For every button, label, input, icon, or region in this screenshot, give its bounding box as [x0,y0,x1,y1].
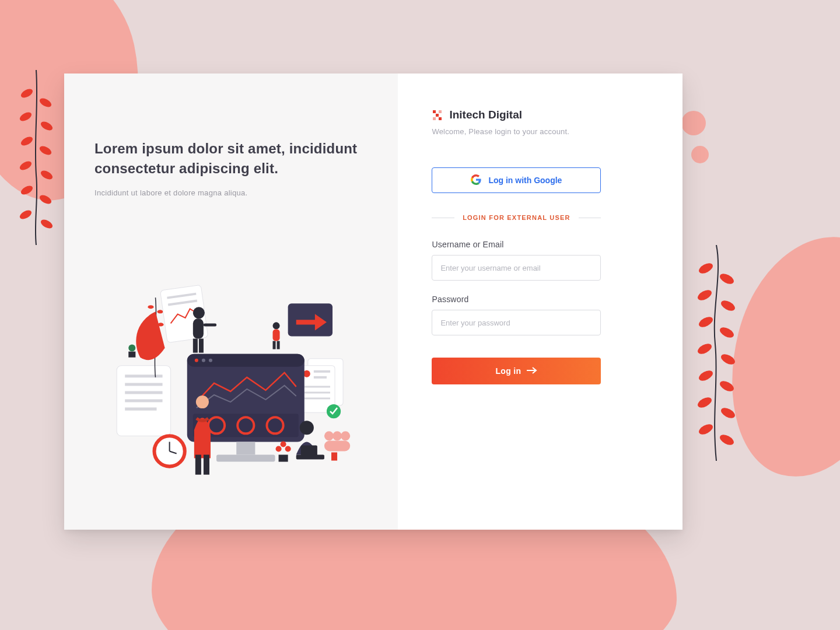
brand-logo-icon [432,109,443,121]
svg-point-88 [276,446,282,452]
svg-rect-41 [193,318,204,338]
google-login-button[interactable]: Log in with Google [432,167,601,193]
arrow-right-icon [527,366,537,376]
svg-point-84 [341,431,350,440]
svg-rect-72 [216,455,275,462]
svg-point-24 [697,422,715,437]
svg-point-20 [697,369,715,383]
svg-point-58 [273,322,280,329]
svg-point-40 [193,307,205,318]
svg-rect-94 [433,117,436,120]
svg-point-79 [300,421,314,435]
hero-title: Lorem ipsum dolor sit amet, incididunt c… [94,139,363,178]
svg-rect-60 [273,341,276,349]
hero-panel: Lorem ipsum dolor sit amet, incididunt c… [64,74,398,530]
external-login-divider: LOGIN FOR EXTERNAL USER [432,214,601,221]
welcome-text: Welcome, Please login to your account. [432,127,649,136]
hero-subtitle: Incididunt ut labore et dolore magna ali… [94,188,368,197]
svg-point-32 [148,305,153,309]
svg-rect-93 [436,114,439,117]
svg-point-12 [697,261,715,276]
svg-rect-78 [204,455,209,475]
svg-point-46 [128,345,135,352]
background-dot [691,146,709,163]
password-label: Password [432,295,649,304]
svg-point-22 [696,396,713,410]
login-panel: Initech Digital Welcome, Please login to… [398,74,682,530]
svg-rect-43 [199,339,204,353]
svg-point-18 [696,342,713,356]
svg-point-33 [158,310,163,313]
svg-rect-86 [331,453,337,461]
svg-rect-92 [439,110,442,113]
login-button[interactable]: Log in [432,358,601,384]
svg-rect-71 [236,442,255,454]
svg-point-15 [719,299,737,313]
svg-rect-95 [439,117,442,120]
svg-point-10 [18,209,33,221]
svg-point-13 [718,272,736,286]
svg-rect-77 [195,455,201,475]
svg-rect-61 [277,341,280,349]
password-input[interactable] [432,310,601,335]
brand-name: Initech Digital [449,108,522,121]
google-icon [471,174,481,187]
svg-point-25 [718,433,736,447]
brand: Initech Digital [432,108,649,121]
svg-point-64 [195,359,198,362]
svg-point-16 [697,315,715,330]
login-card: Lorem ipsum dolor sit amet, incididunt c… [64,74,682,530]
svg-point-17 [718,326,736,340]
svg-rect-85 [324,440,350,451]
svg-rect-42 [193,339,198,353]
background-blob [708,219,840,493]
decorative-branch [688,245,741,461]
svg-rect-81 [301,445,317,456]
svg-rect-87 [279,455,288,462]
hero-illustration [99,260,374,530]
svg-point-76 [196,396,209,408]
svg-point-65 [202,359,205,362]
svg-point-11 [39,218,54,230]
svg-rect-44 [204,323,216,326]
svg-point-83 [332,431,342,440]
username-input[interactable] [432,255,601,281]
username-label: Username or Email [432,240,649,249]
svg-point-82 [324,431,334,440]
svg-rect-45 [128,352,135,358]
svg-point-90 [281,441,286,447]
svg-rect-91 [433,110,436,113]
google-login-label: Log in with Google [488,176,562,185]
svg-point-66 [209,359,212,362]
svg-rect-59 [273,329,280,341]
svg-point-89 [285,446,291,452]
svg-point-14 [696,288,713,303]
background-dot [681,111,706,135]
divider-label: LOGIN FOR EXTERNAL USER [463,214,570,221]
login-button-label: Log in [496,366,522,376]
